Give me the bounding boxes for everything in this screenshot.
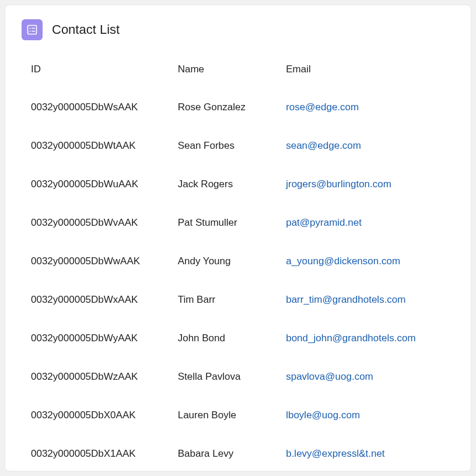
contact-email-cell: jrogers@burlington.com [281, 165, 454, 204]
contact-email-cell: rose@edge.com [281, 88, 454, 127]
table-row: 0032y000005DbWvAAKPat Stumullerpat@pyram… [22, 204, 454, 242]
table-row: 0032y000005DbWxAAKTim Barrbarr_tim@grand… [22, 281, 454, 319]
contact-name: John Bond [173, 319, 282, 358]
contact-email-cell: bond_john@grandhotels.com [281, 319, 454, 358]
contact-list-icon [22, 19, 43, 40]
contact-id: 0032y000005DbWxAAK [22, 281, 173, 319]
contact-name: Jack Rogers [173, 165, 282, 204]
contact-table: ID Name Email 0032y000005DbWsAAKRose Gon… [22, 58, 454, 473]
contact-name: Tim Barr [173, 281, 282, 319]
contact-id: 0032y000005DbWwAAK [22, 242, 173, 281]
contact-id: 0032y000005DbWzAAK [22, 358, 173, 396]
contact-name: Rose Gonzalez [173, 88, 282, 127]
contact-email-link[interactable]: sean@edge.com [286, 140, 361, 151]
card-title: Contact List [52, 22, 120, 37]
contact-id: 0032y000005DbWuAAK [22, 165, 173, 204]
table-row: 0032y000005DbWuAAKJack Rogersjrogers@bur… [22, 165, 454, 204]
table-row: 0032y000005DbWtAAKSean Forbessean@edge.c… [22, 127, 454, 165]
contact-email-link[interactable]: a_young@dickenson.com [286, 256, 400, 267]
contact-name: Babara Levy [173, 435, 282, 473]
contact-id: 0032y000005DbX1AAK [22, 435, 173, 473]
svg-rect-2 [32, 28, 35, 29]
card-header: Contact List [22, 19, 454, 40]
contact-id: 0032y000005DbWtAAK [22, 127, 173, 165]
contact-email-link[interactable]: rose@edge.com [286, 102, 359, 113]
table-row: 0032y000005DbX0AAKLauren Boylelboyle@uog… [22, 396, 454, 435]
contact-email-link[interactable]: b.levy@expressl&t.net [286, 448, 384, 459]
contact-email-link[interactable]: lboyle@uog.com [286, 410, 360, 421]
contact-email-link[interactable]: bond_john@grandhotels.com [286, 332, 415, 344]
contact-email-cell: barr_tim@grandhotels.com [281, 281, 454, 319]
svg-point-1 [30, 28, 31, 29]
contact-email-link[interactable]: pat@pyramid.net [286, 217, 362, 228]
contact-id: 0032y000005DbWyAAK [22, 319, 173, 358]
contact-email-cell: a_young@dickenson.com [281, 242, 454, 281]
column-header-email: Email [281, 58, 454, 88]
contact-name: Stella Pavlova [173, 358, 282, 396]
contact-email-link[interactable]: jrogers@burlington.com [286, 178, 391, 190]
contact-name: Sean Forbes [173, 127, 282, 165]
table-row: 0032y000005DbWwAAKAndy Younga_young@dick… [22, 242, 454, 281]
contact-email-cell: spavlova@uog.com [281, 358, 454, 396]
contact-name: Andy Young [173, 242, 282, 281]
contact-email-cell: b.levy@expressl&t.net [281, 435, 454, 473]
column-header-id: ID [22, 58, 173, 88]
table-row: 0032y000005DbWsAAKRose Gonzalezrose@edge… [22, 88, 454, 127]
svg-rect-4 [32, 31, 35, 32]
contact-email-cell: pat@pyramid.net [281, 204, 454, 242]
svg-point-3 [30, 31, 31, 32]
contact-id: 0032y000005DbWvAAK [22, 204, 173, 242]
contact-id: 0032y000005DbX0AAK [22, 396, 173, 435]
contact-email-cell: sean@edge.com [281, 127, 454, 165]
column-header-name: Name [173, 58, 282, 88]
contact-email-link[interactable]: spavlova@uog.com [286, 371, 373, 382]
contact-id: 0032y000005DbWsAAK [22, 88, 173, 127]
table-row: 0032y000005DbWzAAKStella Pavlovaspavlova… [22, 358, 454, 396]
contact-email-cell: lboyle@uog.com [281, 396, 454, 435]
table-row: 0032y000005DbWyAAKJohn Bondbond_john@gra… [22, 319, 454, 358]
svg-rect-0 [28, 26, 37, 34]
table-row: 0032y000005DbX1AAKBabara Levyb.levy@expr… [22, 435, 454, 473]
contact-email-link[interactable]: barr_tim@grandhotels.com [286, 294, 405, 305]
table-header-row: ID Name Email [22, 58, 454, 88]
contact-name: Lauren Boyle [173, 396, 282, 435]
contact-list-card: Contact List ID Name Email 0032y000005Db… [5, 5, 471, 471]
contact-name: Pat Stumuller [173, 204, 282, 242]
